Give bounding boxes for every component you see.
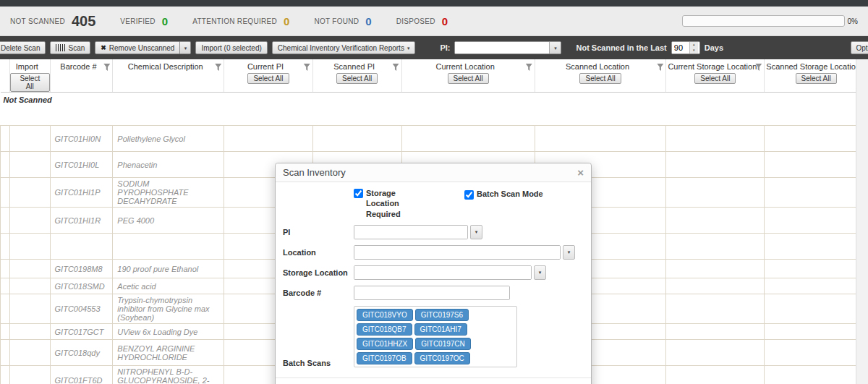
storage-location-required-checkbox[interactable]	[354, 189, 363, 198]
batch-scans-list: GITC018VYO GITC0197S6 GITC018QB7 GITC01A…	[354, 306, 517, 367]
select-all-scanned-pi-button[interactable]: Select All	[336, 73, 378, 84]
options-label: Options	[856, 44, 868, 52]
column-scanned-pi: Scanned PI Select All	[312, 59, 401, 93]
stat-label: VERIFIED	[120, 17, 156, 25]
import-selected-button[interactable]: Import (0 selected)	[195, 41, 267, 54]
pi-combobox	[354, 225, 468, 239]
stat-not-found: NOT FOUND 0	[314, 15, 371, 27]
x-icon: ✖	[101, 44, 106, 51]
description-cell: Trypsin-chymotrypsin inhibitor from Glyc…	[113, 294, 224, 324]
pi-label: PI	[283, 228, 354, 236]
barcode-field-row: Barcode #	[283, 286, 584, 300]
storage-location-required-option[interactable]: Storage Location Required	[354, 188, 428, 219]
pi-select-input[interactable]	[354, 226, 467, 239]
barcode-label: Barcode #	[283, 289, 354, 297]
batch-scan-mode-checkbox[interactable]	[464, 190, 474, 200]
description-cell: Phenacetin	[113, 152, 224, 178]
location-combobox	[354, 245, 561, 260]
select-all-scanned-location-button[interactable]: Select All	[579, 73, 621, 84]
column-label: Scanned Storage Location	[765, 62, 867, 71]
batch-scan-tag: GITC0197OB	[357, 352, 412, 364]
description-cell: PEG 4000	[113, 208, 224, 234]
remove-unscanned-label: Remove Unscanned	[109, 44, 175, 52]
select-all-scanned-storage-button[interactable]: Select All	[796, 73, 837, 84]
scan-label: Scan	[68, 44, 85, 52]
pi-filter-input[interactable]	[455, 42, 549, 54]
select-all-current-storage-button[interactable]: Select All	[694, 73, 736, 84]
stat-value: 0	[365, 15, 371, 27]
location-label: Location	[283, 248, 354, 257]
stat-value: 405	[72, 13, 95, 30]
days-spinner: ▴ ▾	[689, 42, 698, 54]
stat-value: 0	[162, 15, 168, 27]
pi-dropdown-button[interactable]: ▾	[470, 225, 482, 239]
select-all-current-pi-button[interactable]: Select All	[247, 73, 289, 84]
location-dropdown-button[interactable]: ▾	[563, 245, 575, 260]
barcode-cell: GITC004553	[50, 294, 113, 324]
column-scanned-location: Scanned Location Select All	[535, 59, 666, 93]
batch-scan-tag: GITC0197OC	[414, 352, 470, 364]
delete-scan-button[interactable]: Delete Scan	[0, 41, 46, 54]
location-select-input[interactable]	[354, 246, 560, 259]
import-label: Import (0 selected)	[201, 44, 261, 52]
stat-label: NOT FOUND	[314, 17, 359, 25]
options-button[interactable]: Options	[851, 41, 868, 54]
batch-scan-tag: GITC018VYO	[357, 309, 413, 321]
column-import: Import Select All	[10, 59, 51, 93]
remove-unscanned-dropdown-button[interactable]: ▾	[180, 41, 191, 54]
days-label: Days	[705, 43, 723, 52]
storage-location-select-input[interactable]	[354, 266, 531, 279]
spinner-down-icon[interactable]: ▾	[690, 48, 698, 54]
modal-footer: Close Submit Batch Scans	[276, 377, 591, 384]
column-label: Current Storage Location	[666, 62, 764, 71]
barcode-input[interactable]	[354, 286, 509, 299]
modal-title: Scan Inventory	[283, 167, 346, 178]
vertical-scrollbar[interactable]	[856, 59, 868, 384]
storage-location-required-label: Storage Location Required	[366, 188, 428, 219]
select-all-current-location-button[interactable]: Select All	[448, 73, 489, 84]
storage-location-field-row: Storage Location ▾	[283, 265, 584, 280]
batch-scan-tag: GITC01HHZX	[357, 338, 413, 350]
column-scanned-storage-location: Scanned Storage Location Select All	[765, 59, 868, 93]
stats-bar: NOT SCANNED 405 VERIFIED 0 ATTENTION REQ…	[0, 7, 868, 36]
select-all-import-button[interactable]: Select All	[10, 73, 50, 92]
top-strip	[0, 0, 868, 7]
chevron-down-icon: ▾	[554, 46, 557, 51]
days-input[interactable]	[672, 42, 689, 54]
remove-unscanned-button[interactable]: ✖ Remove Unscanned	[95, 41, 180, 54]
column-label: Import	[10, 62, 50, 71]
close-icon[interactable]: ×	[577, 167, 584, 178]
batch-scan-tag: GITC0197CN	[415, 338, 471, 350]
pi-filter-dropdown-button[interactable]: ▾	[549, 42, 561, 54]
group-header-row: Not Scanned	[1, 93, 868, 107]
barcode-icon	[56, 44, 65, 51]
grid-header-row: Import Select All Barcode # Chemical Des…	[1, 59, 868, 93]
description-cell: Poliethylene Glycol	[113, 126, 224, 152]
chevron-down-icon: ▾	[539, 270, 542, 276]
spinner-up-icon[interactable]: ▴	[690, 42, 698, 48]
toolbar: Delete Scan Scan ✖ Remove Unscanned ▾ Im…	[0, 36, 868, 59]
column-current-storage-location: Current Storage Location Select All	[666, 59, 765, 93]
scan-progress-bar	[682, 15, 845, 27]
column-label: Current Location	[402, 62, 535, 71]
description-cell: BENZOYL ARGININE HYDROCHLORIDE	[113, 340, 224, 366]
barcode-cell: GITC01HI1R	[50, 208, 113, 234]
row-gutter-header	[1, 59, 10, 93]
stat-verified: VERIFIED 0	[120, 15, 168, 27]
batch-scan-mode-label: Batch Scan Mode	[477, 189, 543, 198]
barcode-cell: GITC0198M8	[50, 260, 113, 278]
column-barcode: Barcode #	[50, 59, 113, 93]
spacer-row	[1, 107, 868, 126]
description-cell: SODIUM PYROPHOSPHATE DECAHYDRATE	[113, 178, 224, 208]
verification-reports-button[interactable]: Chemical Inventory Verification Reports …	[272, 41, 416, 54]
barcode-cell: GITC017GCT	[50, 324, 113, 340]
column-label: Scanned Location	[535, 62, 666, 71]
storage-location-dropdown-button[interactable]: ▾	[534, 265, 546, 280]
storage-location-combobox	[354, 265, 532, 280]
scan-button[interactable]: Scan	[50, 41, 90, 54]
batch-scan-tag: GITC018QB7	[357, 323, 412, 336]
column-current-pi: Current PI Select All	[224, 59, 313, 93]
description-cell: UView 6x Loading Dye	[113, 324, 224, 340]
stat-attention-required: ATTENTION REQUIRED 0	[192, 15, 289, 27]
batch-scan-mode-option[interactable]: Batch Scan Mode	[464, 189, 543, 219]
